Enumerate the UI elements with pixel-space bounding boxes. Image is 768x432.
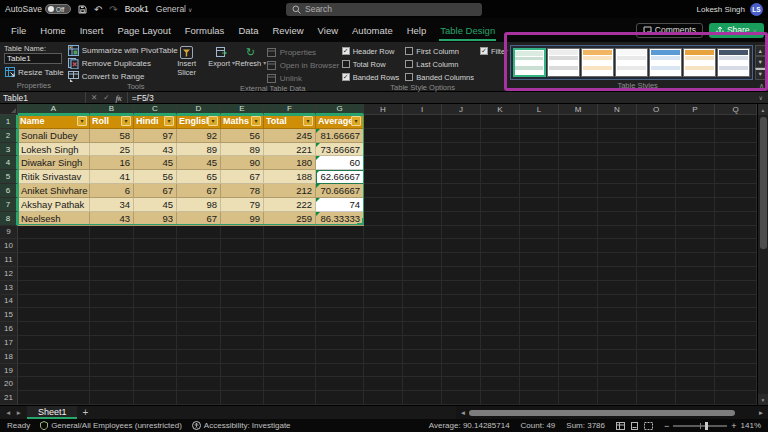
cell-D13[interactable] [177,281,221,295]
cell-I5[interactable] [403,170,442,184]
cell-B13[interactable] [90,281,134,295]
cell-K14[interactable] [481,295,520,309]
cell-C5[interactable]: 56 [134,170,177,184]
cell-M15[interactable] [559,308,598,322]
avatar[interactable]: LS [750,3,763,16]
cell-D20[interactable] [177,377,221,391]
zoom-level[interactable]: 141% [741,421,761,430]
cell-M8[interactable] [559,212,598,226]
cell-P4[interactable] [676,156,715,170]
cell-H16[interactable] [364,322,403,336]
cell-D5[interactable]: 65 [177,170,221,184]
cell-J19[interactable] [442,364,481,378]
user-area[interactable]: Lokesh Singh LS [697,3,763,16]
cell-M1[interactable] [559,115,598,129]
cell-K5[interactable] [481,170,520,184]
cell-G1[interactable]: Average▾ [316,115,364,129]
column-header-F[interactable]: F [264,104,316,115]
cell-J12[interactable] [442,267,481,281]
cell-I10[interactable] [403,239,442,253]
cell-G16[interactable] [316,322,364,336]
cell-E10[interactable] [221,239,264,253]
menu-tab-data[interactable]: Data [231,18,265,42]
cell-A17[interactable] [18,336,90,350]
cell-B17[interactable] [90,336,134,350]
insert-function-icon[interactable]: fx [116,93,122,103]
cell-M16[interactable] [559,322,598,336]
row-header-14[interactable]: 14 [0,295,18,309]
column-header-N[interactable]: N [598,104,637,115]
cell-O17[interactable] [637,336,676,350]
cell-N14[interactable] [598,295,637,309]
cell-O15[interactable] [637,308,676,322]
checkbox-banded-rows[interactable]: ✓Banded Rows [342,71,400,83]
cell-N19[interactable] [598,364,637,378]
cell-K2[interactable] [481,129,520,143]
menu-tab-page-layout[interactable]: Page Layout [110,18,177,42]
cell-B19[interactable] [90,364,134,378]
sheet-nav-left-icon[interactable]: ◄ [5,409,11,416]
cell-C15[interactable] [134,308,177,322]
filter-button-english[interactable]: ▾ [208,116,218,126]
cell-K8[interactable] [481,212,520,226]
row-header-5[interactable]: 5 [0,170,18,184]
cell-M10[interactable] [559,239,598,253]
cell-Q9[interactable] [715,226,757,240]
cell-F17[interactable] [264,336,316,350]
cell-C18[interactable] [134,350,177,364]
cell-I8[interactable] [403,212,442,226]
cell-O6[interactable] [637,184,676,198]
cell-L1[interactable] [520,115,559,129]
cell-D7[interactable]: 98 [177,198,221,212]
row-header-13[interactable]: 13 [0,281,18,295]
cell-K1[interactable] [481,115,520,129]
cell-B5[interactable]: 41 [90,170,134,184]
cell-G18[interactable] [316,350,364,364]
cell-G21[interactable] [316,391,364,405]
cell-I12[interactable] [403,267,442,281]
cell-G8[interactable]: 86.33333 [316,212,364,226]
cell-D1[interactable]: English▾ [177,115,221,129]
cell-C9[interactable] [134,226,177,240]
zoom-in-button[interactable]: + [731,421,736,431]
row-header-9[interactable]: 9 [0,226,18,240]
column-header-B[interactable]: B [90,104,134,115]
cell-B8[interactable]: 43 [90,212,134,226]
cell-Q10[interactable] [715,239,757,253]
insert-slicer-button[interactable]: Insert Slicer [170,44,204,82]
cell-E12[interactable] [221,267,264,281]
cell-J3[interactable] [442,143,481,157]
cell-C4[interactable]: 45 [134,156,177,170]
column-header-P[interactable]: P [676,104,715,115]
cell-M2[interactable] [559,129,598,143]
cell-G15[interactable] [316,308,364,322]
cell-N5[interactable] [598,170,637,184]
cell-H4[interactable] [364,156,403,170]
cell-Q14[interactable] [715,295,757,309]
cell-H1[interactable] [364,115,403,129]
cell-P2[interactable] [676,129,715,143]
cell-K3[interactable] [481,143,520,157]
cell-N17[interactable] [598,336,637,350]
cell-G7[interactable]: 74 [316,198,364,212]
cell-E6[interactable]: 78 [221,184,264,198]
cell-E18[interactable] [221,350,264,364]
cell-J16[interactable] [442,322,481,336]
cell-I18[interactable] [403,350,442,364]
cell-N15[interactable] [598,308,637,322]
cell-F4[interactable]: 180 [264,156,316,170]
column-header-A[interactable]: A [18,104,90,115]
cell-K4[interactable] [481,156,520,170]
cell-H13[interactable] [364,281,403,295]
cell-O3[interactable] [637,143,676,157]
cell-Q1[interactable] [715,115,757,129]
cell-I17[interactable] [403,336,442,350]
cell-O19[interactable] [637,364,676,378]
cell-L8[interactable] [520,212,559,226]
cell-C1[interactable]: Hindi▾ [134,115,177,129]
cell-J11[interactable] [442,253,481,267]
cell-I4[interactable] [403,156,442,170]
cell-A3[interactable]: Lokesh Singh [18,143,90,157]
cell-O4[interactable] [637,156,676,170]
cell-F3[interactable]: 221 [264,143,316,157]
